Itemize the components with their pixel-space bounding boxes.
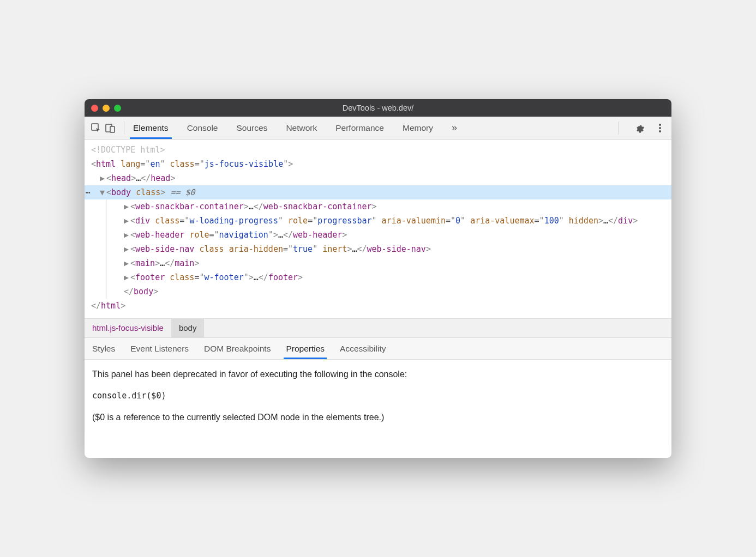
subtab-accessibility[interactable]: Accessibility xyxy=(340,339,386,359)
expand-arrow-icon[interactable]: ▶ xyxy=(124,199,130,214)
dom-doctype[interactable]: <!DOCTYPE html> xyxy=(85,143,671,157)
dom-child-main[interactable]: ▶<main>…</main> xyxy=(117,256,671,270)
subtab-properties[interactable]: Properties xyxy=(286,339,325,359)
window-controls xyxy=(91,105,121,112)
maximize-window-button[interactable] xyxy=(114,105,121,112)
dom-breadcrumb: html.js-focus-visible body xyxy=(85,318,671,338)
expand-arrow-icon[interactable]: ▶ xyxy=(124,214,130,228)
dom-child-header[interactable]: ▶<web-header role="navigation">…</web-he… xyxy=(117,228,671,242)
devtools-window: DevTools - web.dev/ Elements Console Sou… xyxy=(85,99,671,458)
minimize-window-button[interactable] xyxy=(103,105,110,112)
dom-child-progress[interactable]: ▶<div class="w-loading-progress" role="p… xyxy=(117,214,671,228)
tab-console[interactable]: Console xyxy=(186,118,219,138)
breadcrumb-item-body[interactable]: body xyxy=(171,319,205,337)
expand-arrow-icon[interactable]: ▶ xyxy=(100,171,106,185)
svg-point-5 xyxy=(659,130,661,132)
expand-arrow-icon[interactable]: ▶ xyxy=(124,256,130,270)
dom-child-footer[interactable]: ▶<footer class="w-footer">…</footer> xyxy=(117,270,671,284)
dom-body-children: ▶<web-snackbar-container>…</web-snackbar… xyxy=(106,199,671,299)
window-title: DevTools - web.dev/ xyxy=(85,104,671,112)
dom-html-close[interactable]: </html> xyxy=(85,299,671,313)
tab-memory[interactable]: Memory xyxy=(401,118,434,138)
svg-rect-2 xyxy=(110,126,115,132)
dom-child-sidenav[interactable]: ▶<web-side-nav class aria-hidden="true" … xyxy=(117,242,671,256)
subtab-dom-breakpoints[interactable]: DOM Breakpoints xyxy=(204,339,271,359)
subtab-event-listeners[interactable]: Event Listeners xyxy=(130,339,189,359)
kebab-menu-icon[interactable] xyxy=(654,122,666,134)
properties-panel: This panel has been deprecated in favor … xyxy=(85,360,671,458)
dom-head[interactable]: ▶<head>…</head> xyxy=(85,171,671,185)
device-toggle-icon[interactable] xyxy=(104,122,116,134)
dom-tree[interactable]: <!DOCTYPE html> <html lang="en" class="j… xyxy=(85,140,671,318)
expand-arrow-icon[interactable]: ▶ xyxy=(124,242,130,256)
expand-arrow-icon[interactable]: ▶ xyxy=(124,228,130,242)
panel-tabs: Elements Console Sources Network Perform… xyxy=(132,117,458,139)
subtab-styles[interactable]: Styles xyxy=(92,339,115,359)
inspect-element-icon[interactable] xyxy=(90,122,102,134)
tab-performance[interactable]: Performance xyxy=(334,118,385,138)
tab-overflow[interactable]: » xyxy=(451,117,458,139)
deprecation-code: console.dir($0) xyxy=(92,389,664,403)
tab-network[interactable]: Network xyxy=(285,118,318,138)
svg-point-3 xyxy=(659,124,661,126)
breadcrumb-item-html[interactable]: html.js-focus-visible xyxy=(85,319,171,337)
toolbar-separator xyxy=(619,122,619,135)
titlebar: DevTools - web.dev/ xyxy=(85,99,671,117)
dom-body-open[interactable]: ⋯▼<body class> == $0 xyxy=(85,185,671,199)
toolbar-separator xyxy=(124,122,124,135)
settings-gear-icon[interactable] xyxy=(633,122,645,134)
deprecation-message-1: This panel has been deprecated in favor … xyxy=(92,367,664,382)
dom-body-close[interactable]: </body> xyxy=(117,284,671,299)
main-toolbar: Elements Console Sources Network Perform… xyxy=(85,117,671,140)
tab-sources[interactable]: Sources xyxy=(236,118,269,138)
close-window-button[interactable] xyxy=(91,105,98,112)
sidebar-tabs: Styles Event Listeners DOM Breakpoints P… xyxy=(85,338,671,360)
svg-point-4 xyxy=(659,127,661,129)
deprecation-message-2: ($0 is a reference to the currently sele… xyxy=(92,410,664,425)
collapse-arrow-icon[interactable]: ▼ xyxy=(100,185,106,199)
selection-indicator-icon: ⋯ xyxy=(86,185,91,199)
dom-child-snackbar[interactable]: ▶<web-snackbar-container>…</web-snackbar… xyxy=(117,199,671,214)
expand-arrow-icon[interactable]: ▶ xyxy=(124,270,130,284)
toolbar-right xyxy=(613,122,666,135)
tab-elements[interactable]: Elements xyxy=(132,118,170,138)
dom-html-open[interactable]: <html lang="en" class="js-focus-visible"… xyxy=(85,157,671,171)
